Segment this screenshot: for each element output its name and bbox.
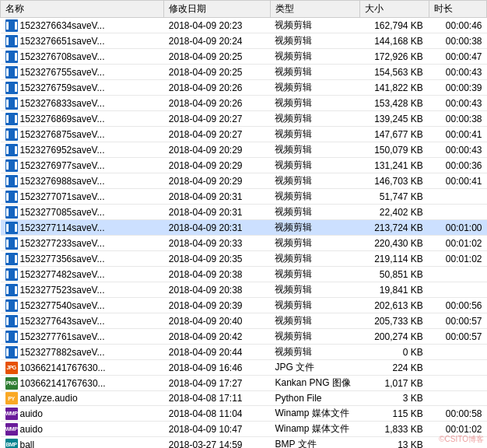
file-size: 147,677 KB — [359, 127, 429, 142]
file-name-cell: 1523276952saveV... — [1, 142, 164, 158]
file-type: 视频剪辑 — [270, 18, 359, 33]
winamp-file-icon: WMP — [5, 423, 18, 436]
video-file-icon — [5, 175, 18, 187]
file-size: 50,851 KB — [359, 267, 429, 282]
file-name-text: 1523277114saveV... — [20, 222, 105, 233]
file-name-text: analyze.audio — [20, 393, 78, 404]
file-duration — [429, 189, 487, 205]
file-size: 162,794 KB — [359, 18, 429, 33]
table-row[interactable]: 1523277356saveV...2018-04-09 20:35视频剪辑21… — [1, 251, 487, 267]
file-name-text: 1523276759saveV... — [20, 82, 105, 93]
file-name-text: 1523277356saveV... — [20, 254, 105, 264]
file-name-cell: BMPball — [1, 437, 164, 449]
video-file-icon — [5, 268, 18, 281]
file-date: 2018-04-09 16:46 — [164, 360, 271, 376]
table-row[interactable]: 1523277085saveV...2018-04-09 20:31视频剪辑22… — [1, 205, 487, 220]
table-row[interactable]: WMPauido2018-04-09 10:47Winamp 媒体文件1,833… — [1, 422, 487, 437]
col-header-size[interactable]: 大小 — [359, 1, 429, 18]
file-type: 视频剪辑 — [270, 49, 359, 65]
table-row[interactable]: 1523276869saveV...2018-04-09 20:27视频剪辑13… — [1, 111, 487, 127]
table-row[interactable]: 1523276651saveV...2018-04-09 20:24视频剪辑14… — [1, 33, 487, 49]
file-name-text: 1523276651saveV... — [20, 36, 105, 47]
file-type: 视频剪辑 — [270, 205, 359, 220]
file-name-cell: 1523277482saveV... — [1, 267, 164, 282]
table-row[interactable]: 1523276755saveV...2018-04-09 20:25视频剪辑15… — [1, 65, 487, 80]
png-file-icon: PNG — [5, 377, 18, 390]
file-duration: 00:00:36 — [429, 158, 487, 173]
table-row[interactable]: 1523277540saveV...2018-04-09 20:39视频剪辑20… — [1, 298, 487, 313]
file-size: 219,114 KB — [359, 251, 429, 267]
table-row[interactable]: BMPball2018-03-27 14:59BMP 文件13 KB — [1, 437, 487, 449]
file-name-text: 1523276634saveV... — [20, 20, 105, 31]
col-header-type[interactable]: 类型 — [270, 1, 359, 18]
file-name-text: 1523276875saveV... — [20, 129, 105, 140]
watermark: ©CSITO博客 — [439, 434, 484, 445]
table-row[interactable]: 1523277071saveV...2018-04-09 20:31视频剪辑51… — [1, 189, 487, 205]
table-row[interactable]: 1523276634saveV...2018-04-09 20:23视频剪辑16… — [1, 18, 487, 33]
col-header-date[interactable]: 修改日期 — [164, 1, 271, 18]
file-type: 视频剪辑 — [270, 282, 359, 298]
file-type: 视频剪辑 — [270, 158, 359, 173]
file-name-cell: 1523277761saveV... — [1, 329, 164, 345]
file-type: 视频剪辑 — [270, 251, 359, 267]
file-date: 2018-04-09 20:29 — [164, 173, 271, 189]
video-file-icon — [5, 128, 18, 141]
table-row[interactable]: 1523276759saveV...2018-04-09 20:26视频剪辑14… — [1, 80, 487, 96]
file-name-text: 1523277761saveV... — [20, 331, 105, 342]
table-row[interactable]: 1523277233saveV...2018-04-09 20:33视频剪辑22… — [1, 236, 487, 251]
file-duration: 00:00:39 — [429, 80, 487, 96]
table-header-row: 名称 修改日期 类型 大小 时长 — [1, 1, 487, 18]
table-row[interactable]: 1523276952saveV...2018-04-09 20:29视频剪辑15… — [1, 142, 487, 158]
table-row[interactable]: JPG103662141767630...2018-04-09 16:46JPG… — [1, 360, 487, 376]
file-name-text: 1523277233saveV... — [20, 238, 105, 249]
file-date: 2018-04-09 20:35 — [164, 251, 271, 267]
col-header-name[interactable]: 名称 — [1, 1, 164, 18]
file-date: 2018-04-09 20:26 — [164, 80, 271, 96]
file-duration — [429, 205, 487, 220]
file-name-text: 1523277882saveV... — [20, 347, 105, 358]
video-file-icon — [5, 51, 18, 63]
file-list-container[interactable]: 名称 修改日期 类型 大小 时长 1523276634saveV...2018-… — [0, 0, 487, 448]
file-size: 205,733 KB — [359, 313, 429, 329]
file-date: 2018-04-09 20:23 — [164, 18, 271, 33]
file-type: 视频剪辑 — [270, 173, 359, 189]
winamp-file-icon: WMP — [5, 408, 18, 420]
file-date: 2018-04-09 20:24 — [164, 33, 271, 49]
table-row[interactable]: 1523276977saveV...2018-04-09 20:29视频剪辑13… — [1, 158, 487, 173]
file-name-cell: 1523277540saveV... — [1, 298, 164, 313]
file-name-cell: 1523277882saveV... — [1, 345, 164, 360]
table-row[interactable]: 1523276708saveV...2018-04-09 20:25视频剪辑17… — [1, 49, 487, 65]
file-type: 视频剪辑 — [270, 142, 359, 158]
file-duration: 00:00:57 — [429, 313, 487, 329]
video-file-icon — [5, 66, 18, 79]
file-date: 2018-04-09 20:27 — [164, 127, 271, 142]
table-row[interactable]: 1523276875saveV...2018-04-09 20:27视频剪辑14… — [1, 127, 487, 142]
file-name-text: 1523276833saveV... — [20, 98, 105, 109]
file-size: 51,747 KB — [359, 189, 429, 205]
table-row[interactable]: 1523277761saveV...2018-04-09 20:42视频剪辑20… — [1, 329, 487, 345]
table-row[interactable]: 1523276988saveV...2018-04-09 20:29视频剪辑14… — [1, 173, 487, 189]
file-size: 115 KB — [359, 406, 429, 422]
table-row[interactable]: 1523276833saveV...2018-04-09 20:26视频剪辑15… — [1, 96, 487, 111]
table-row[interactable]: PYanalyze.audio2018-04-08 17:11Python Fi… — [1, 391, 487, 406]
file-name-cell: 1523277114saveV... — [1, 220, 164, 236]
col-header-duration[interactable]: 时长 — [429, 1, 487, 18]
file-size: 172,926 KB — [359, 49, 429, 65]
file-size: 13 KB — [359, 437, 429, 449]
video-file-icon — [5, 331, 18, 343]
file-type: 视频剪辑 — [270, 96, 359, 111]
file-size: 154,563 KB — [359, 65, 429, 80]
table-row[interactable]: WMPauido2018-04-08 11:04Winamp 媒体文件115 K… — [1, 406, 487, 422]
file-size: 220,430 KB — [359, 236, 429, 251]
file-type: Winamp 媒体文件 — [270, 406, 359, 422]
table-row[interactable]: 1523277114saveV...2018-04-09 20:31视频剪辑21… — [1, 220, 487, 236]
file-size: 1,833 KB — [359, 422, 429, 437]
table-row[interactable]: 1523277643saveV...2018-04-09 20:40视频剪辑20… — [1, 313, 487, 329]
table-row[interactable]: 1523277523saveV...2018-04-09 20:38视频剪辑19… — [1, 282, 487, 298]
file-size: 146,703 KB — [359, 173, 429, 189]
file-type: 视频剪辑 — [270, 127, 359, 142]
table-row[interactable]: 1523277482saveV...2018-04-09 20:38视频剪辑50… — [1, 267, 487, 282]
table-row[interactable]: PNG103662141767630...2018-04-09 17:27Kan… — [1, 376, 487, 391]
file-date: 2018-04-09 20:42 — [164, 329, 271, 345]
table-row[interactable]: 1523277882saveV...2018-04-09 20:44视频剪辑0 … — [1, 345, 487, 360]
